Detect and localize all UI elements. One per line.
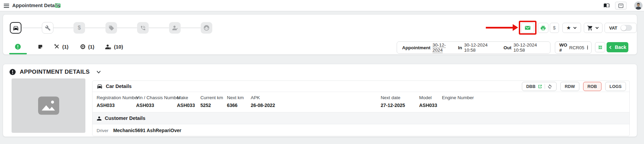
in-value: 30-12-2024 10:58	[464, 42, 496, 53]
step-payment: $	[73, 22, 85, 34]
back-button[interactable]: Back	[607, 42, 628, 52]
star-icon: ★	[566, 25, 571, 31]
collapse-button[interactable]	[595, 42, 605, 52]
appointment-date-value[interactable]: 30-12-2024	[432, 42, 450, 53]
field-value: 26-08-2022	[251, 103, 275, 108]
wo-status-circle[interactable]	[587, 45, 588, 50]
out-label: Out	[503, 45, 511, 50]
vat-label: VAT	[609, 25, 617, 31]
customer-face-icon	[203, 25, 210, 31]
handbook-icon[interactable]	[604, 3, 610, 8]
payment-button[interactable]: $	[550, 23, 559, 33]
field-value: ASH033	[97, 103, 139, 108]
field-label: Make	[177, 95, 195, 100]
note-icon	[38, 44, 43, 49]
field-value: ASH033	[136, 103, 180, 108]
favorite-dropdown-button[interactable]: ★	[562, 23, 581, 33]
wrench-icon	[45, 25, 51, 31]
step-customer	[201, 22, 212, 34]
wo-label: WO #	[559, 42, 567, 53]
field-value: ASH033	[419, 103, 437, 108]
field-label: Engine Number	[442, 95, 474, 100]
tab-notes[interactable]	[38, 43, 43, 50]
page-title: Appointment Details	[12, 0, 60, 11]
refresh-icon[interactable]	[547, 84, 552, 89]
cart-dropdown-button[interactable]	[584, 23, 602, 33]
logs-button[interactable]: LOGS	[605, 82, 626, 91]
printer-icon	[540, 25, 546, 31]
dbb-label: DBB	[526, 84, 535, 89]
appointment-label: Appointment	[402, 45, 430, 50]
field-vin-chassis-number: Vin / Chassis Number ASH033	[136, 95, 180, 108]
price-tag-icon	[109, 25, 114, 31]
active-tab-indicator	[9, 53, 27, 54]
customer-details-title: Customer Details	[105, 115, 145, 121]
out-value: 30-12-2024 10:58	[513, 42, 545, 53]
external-link-icon	[538, 84, 542, 89]
field-apk: APK 26-08-2022	[251, 95, 275, 108]
rdw-label: RDW	[565, 84, 575, 89]
button-divider	[545, 84, 545, 89]
mechanics-count: (10)	[114, 44, 123, 50]
field-value: 5252	[200, 103, 223, 108]
tab-tires[interactable]: (1)	[80, 43, 94, 50]
hamburger-menu-icon[interactable]	[3, 3, 10, 9]
rob-button[interactable]: ROB	[583, 82, 601, 91]
field-current-km: Current km 5252	[200, 95, 223, 108]
print-button[interactable]	[538, 23, 548, 33]
appointment-details-page: Appointment Details $	[0, 0, 644, 144]
vat-toggle-switch[interactable]	[621, 25, 632, 31]
info-circle-icon	[15, 44, 21, 50]
work-order-box: WO # RCR05	[555, 41, 592, 54]
step-work[interactable]	[42, 22, 53, 34]
step-connector	[53, 28, 73, 28]
field-label: Next date	[381, 95, 405, 100]
field-label: Vin / Chassis Number	[136, 95, 180, 100]
customer-details-header: Customer Details	[93, 112, 629, 124]
chevron-down-icon	[573, 26, 577, 30]
window-panel-button[interactable]	[615, 2, 627, 10]
wo-number: RCR05	[569, 45, 584, 50]
step-connector	[21, 28, 42, 28]
appointment-date-field[interactable]: Appointment 30-12-2024	[402, 42, 450, 53]
rob-label: ROB	[588, 84, 597, 89]
appointment-dates-box: Appointment 30-12-2024 In 30-12-2024 10:…	[397, 41, 550, 54]
car-icon	[97, 83, 103, 89]
tab-work-items[interactable]: (1)	[54, 43, 68, 50]
tire-icon	[80, 44, 85, 49]
person-icon	[97, 116, 102, 121]
step-car[interactable]	[10, 22, 21, 34]
person-check-icon	[172, 25, 178, 31]
phone-call-icon	[140, 25, 146, 31]
appointment-details-card: APPOINTMENT DETAILS Car Details DBB RD	[3, 64, 637, 137]
car-details-title: Car Details	[106, 84, 132, 89]
dbb-button-group[interactable]: DBB	[522, 82, 557, 91]
vat-toggle-button[interactable]: VAT	[605, 23, 637, 33]
vehicle-image-placeholder[interactable]	[12, 78, 85, 133]
step-connector	[117, 28, 137, 28]
field-engine-number: Engine Number	[442, 95, 474, 103]
back-label: Back	[615, 44, 626, 50]
chevron-down-icon	[595, 26, 599, 30]
field-label: Registration Number	[97, 95, 139, 100]
step-connector	[181, 28, 201, 28]
shopping-cart-icon	[587, 25, 593, 31]
step-approval	[169, 22, 181, 34]
user-avatar[interactable]	[634, 1, 643, 10]
field-value: 6366	[227, 103, 244, 108]
logs-label: LOGS	[610, 84, 622, 89]
tab-mechanics[interactable]: (10)	[105, 43, 123, 50]
screen-share-icon[interactable]	[55, 3, 61, 8]
chevron-down-icon[interactable]	[96, 69, 101, 75]
envelope-icon	[525, 25, 531, 31]
email-button[interactable]	[521, 23, 534, 33]
rdw-button[interactable]: RDW	[560, 82, 579, 91]
field-make: Make ASH033	[177, 95, 195, 108]
step-pricing	[105, 22, 117, 34]
tires-count: (1)	[88, 44, 94, 50]
tab-info[interactable]	[15, 43, 21, 50]
annotation-arrow-head	[513, 24, 518, 31]
collapse-icon	[598, 45, 603, 50]
field-label: Next km	[227, 95, 244, 100]
field-label: Current km	[200, 95, 223, 100]
